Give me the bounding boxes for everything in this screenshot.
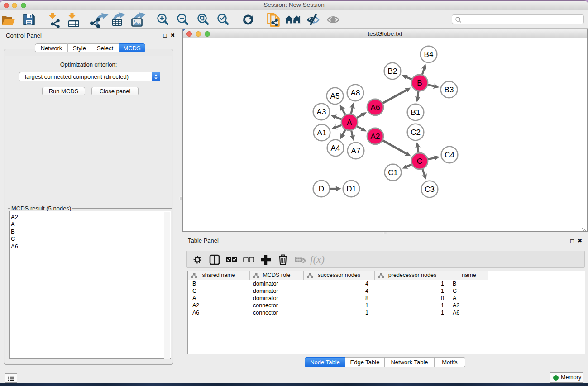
svg-text:A6: A6 [371,103,380,112]
svg-text:B3: B3 [445,86,454,94]
svg-text:C1: C1 [388,168,398,177]
svg-text:A8: A8 [351,89,360,97]
svg-text:A7: A7 [351,147,361,155]
svg-text:A: A [347,118,352,127]
svg-text:B2: B2 [388,67,397,76]
svg-text:A2: A2 [371,132,380,141]
svg-text:f(x): f(x) [310,254,325,265]
svg-text:A1: A1 [317,129,327,137]
svg-text:C4: C4 [445,151,454,159]
svg-text:C2: C2 [411,128,421,137]
svg-text:B: B [417,79,422,87]
svg-text:D: D [319,185,324,193]
svg-text:C3: C3 [425,185,435,194]
svg-text:B4: B4 [424,50,434,59]
svg-text:D1: D1 [346,185,356,193]
svg-text:A4: A4 [331,144,340,152]
svg-text:C: C [417,157,422,166]
svg-text:A5: A5 [330,92,340,100]
svg-text:B1: B1 [411,108,421,117]
svg-text:A3: A3 [317,108,326,116]
